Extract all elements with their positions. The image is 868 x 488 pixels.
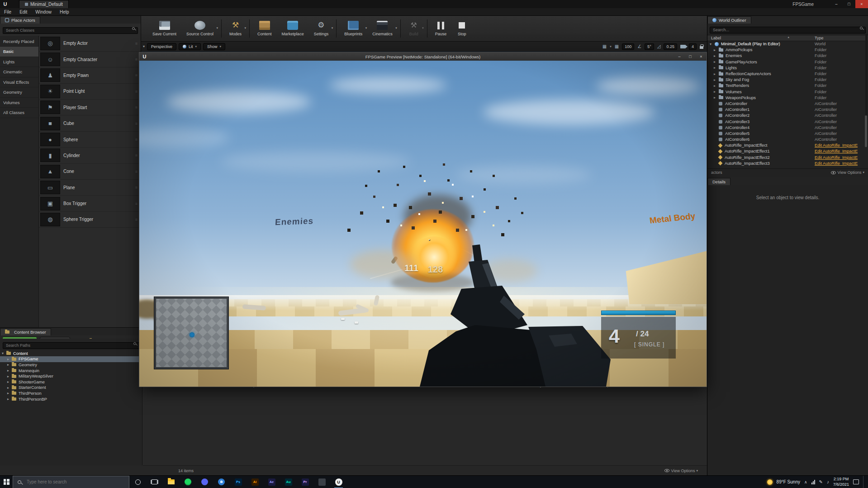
premiere-button[interactable]: Pr <box>297 476 313 488</box>
expander-icon[interactable]: ▸ <box>714 48 719 52</box>
tree-item-geometry[interactable]: ▸Geometry <box>0 362 142 368</box>
tray-overflow-icon[interactable]: ∧ <box>804 480 807 484</box>
list-item[interactable]: ▣Box Trigger≡ <box>39 196 141 211</box>
stop-button[interactable]: Stop <box>451 19 472 38</box>
grid-snap-value[interactable]: 100 <box>622 43 634 50</box>
menu-window[interactable]: Window <box>31 9 56 15</box>
category-basic[interactable]: Basic <box>0 47 38 57</box>
search-paths-input[interactable] <box>3 342 139 349</box>
outliner-column-headers[interactable]: Label ▴ Type <box>707 35 868 41</box>
tree-item-militaryweapsilver[interactable]: ▸MilitaryWeapSilver <box>0 373 142 379</box>
tree-item-thirdperson[interactable]: ▸ThirdPerson <box>0 391 142 397</box>
tree-item-fpsgame[interactable]: ▸FPSGame <box>0 356 142 362</box>
list-item[interactable]: ◍Sphere Trigger≡ <box>39 212 141 228</box>
list-item[interactable]: ▲Cone≡ <box>39 164 141 180</box>
game-viewport[interactable]: Enemies Metal Body 111 128 <box>139 61 707 387</box>
minimize-button[interactable]: – <box>674 53 685 61</box>
category-volumes[interactable]: Volumes <box>0 98 38 108</box>
outliner-row[interactable]: ▸WeaponPickupsFolder <box>707 95 868 100</box>
volume-icon[interactable]: ♪ <box>827 479 829 484</box>
close-button[interactable]: × <box>855 0 868 8</box>
edit-asset-link[interactable]: Edit AutoRifle_ImpactE <box>815 143 858 148</box>
file-explorer-button[interactable] <box>163 476 180 488</box>
list-item[interactable]: ♟Empty Pawn≡ <box>39 67 141 83</box>
list-item[interactable]: ▭Plane≡ <box>39 180 141 196</box>
show-flags-button[interactable]: Show▾ <box>203 43 225 50</box>
edit-asset-link[interactable]: Edit AutoRifle_ImpactE <box>815 155 858 160</box>
save-current-button[interactable]: Save Current <box>147 19 181 38</box>
category-all-classes[interactable]: All Classes <box>0 108 38 118</box>
minimize-button[interactable]: – <box>830 0 843 8</box>
outliner-row[interactable]: ▸Sky and FogFolder <box>707 77 868 83</box>
taskbar-search[interactable] <box>13 476 129 488</box>
pause-button[interactable]: Pause <box>430 19 452 38</box>
scale-snap-icon[interactable]: ◿ <box>657 44 661 49</box>
outliner-search-input[interactable] <box>710 27 866 33</box>
tree-item-thirdpersonbp[interactable]: ▸ThirdPersonBP <box>0 396 142 402</box>
audition-button[interactable]: Au <box>280 476 297 488</box>
expander-icon[interactable]: ▸ <box>714 78 719 82</box>
outliner-row[interactable]: ▸AmmoPickupsFolder <box>707 47 868 53</box>
expander-icon[interactable]: ▸ <box>714 96 719 100</box>
source-control-button[interactable]: Source Control▾ <box>181 19 218 38</box>
camera-speed-value[interactable]: 4 <box>689 43 697 50</box>
category-cinematic[interactable]: Cinematic <box>0 67 38 77</box>
viewport-options-icon[interactable]: ▾ <box>143 44 145 48</box>
spotify-button[interactable] <box>180 476 196 488</box>
expander-icon[interactable]: ▸ <box>714 54 719 58</box>
edit-asset-link[interactable]: Edit AutoRifle_ImpactE <box>815 161 858 166</box>
app-button[interactable] <box>313 476 330 488</box>
photoshop-button[interactable]: Ps <box>230 476 247 488</box>
tree-item-shootergame[interactable]: ▸ShooterGame <box>0 379 142 385</box>
menu-help[interactable]: Help <box>56 9 73 15</box>
task-view-button[interactable] <box>146 476 163 488</box>
marketplace-button[interactable]: Marketplace <box>277 19 309 38</box>
category-lights[interactable]: Lights <box>0 57 38 67</box>
tree-item-startercontent[interactable]: ▸StarterContent <box>0 385 142 391</box>
build-button[interactable]: ⚒Build▾ <box>403 19 424 38</box>
world-outliner-tab[interactable]: World Outliner <box>707 16 751 24</box>
scrollbar[interactable] <box>865 34 868 147</box>
snap-dropdown-icon[interactable]: ▾ <box>610 45 612 48</box>
maximize-button[interactable]: □ <box>843 0 855 8</box>
scale-snap-value[interactable]: 0.25 <box>664 43 677 50</box>
lit-mode-button[interactable]: Lit▾ <box>179 43 201 50</box>
outliner-row[interactable]: AIController1AIController <box>707 107 868 113</box>
outliner-row[interactable]: AIController2AIController <box>707 113 868 119</box>
tree-item-mannequin[interactable]: ▸Mannequin <box>0 368 142 373</box>
category-geometry[interactable]: Geometry <box>0 87 38 98</box>
settings-button[interactable]: ⚙Settings▾ <box>309 19 334 38</box>
list-item[interactable]: ⚑Player Start≡ <box>39 100 141 115</box>
view-options-button[interactable]: View Options ▾ <box>831 170 864 175</box>
outliner-row[interactable]: ▸LightsFolder <box>707 65 868 71</box>
content-button[interactable]: Content <box>252 19 277 38</box>
list-item[interactable]: ●Sphere≡ <box>39 132 141 148</box>
tree-item-content[interactable]: ▾Content <box>0 351 142 357</box>
list-item[interactable]: ◎Empty Actor≡ <box>39 36 141 52</box>
unreal-engine-button[interactable]: U <box>330 476 347 488</box>
outliner-row[interactable]: ▸EnemiesFolder <box>707 53 868 59</box>
modes-button[interactable]: ⚒Modes▾ <box>224 19 247 38</box>
expander-icon[interactable]: ▸ <box>714 84 719 88</box>
level-tab[interactable]: Minimal_Default <box>19 0 69 8</box>
clock[interactable]: 2:19 PM 7/6/2021 <box>833 477 849 487</box>
list-item[interactable]: ▮Cylinder≡ <box>39 148 141 163</box>
list-item[interactable]: ☺Empty Character≡ <box>39 52 141 67</box>
lock-icon[interactable] <box>700 46 703 49</box>
network-icon[interactable] <box>811 480 815 484</box>
content-browser-tab[interactable]: Content Browser <box>0 328 51 335</box>
outliner-row[interactable]: AIController5AIController <box>707 130 868 136</box>
expander-icon[interactable]: ▸ <box>714 72 719 76</box>
outliner-row[interactable]: AIController6AIController <box>707 137 868 143</box>
expander-icon[interactable]: ▸ <box>714 60 719 64</box>
edit-asset-link[interactable]: Edit AutoRifle_ImpactE <box>815 149 858 153</box>
after-effects-button[interactable]: Ae <box>263 476 280 488</box>
maximize-button[interactable]: □ <box>685 53 696 61</box>
weather-label[interactable]: 89°F Sunny <box>777 479 800 484</box>
outliner-row[interactable]: ▸ReflectionCaptureActorsFolder <box>707 71 868 77</box>
outliner-row[interactable]: AutoRifle_ImpactEffectEdit AutoRifle_Imp… <box>707 143 868 148</box>
outliner-row[interactable]: AIController4AIController <box>707 124 868 130</box>
expander-icon[interactable]: ▸ <box>714 66 719 70</box>
preview-title-bar[interactable]: U FPSGame Preview [NetMode: Standalone] … <box>139 53 707 61</box>
outliner-row[interactable]: AutoRifle_ImpactEffect1Edit AutoRifle_Im… <box>707 148 868 154</box>
